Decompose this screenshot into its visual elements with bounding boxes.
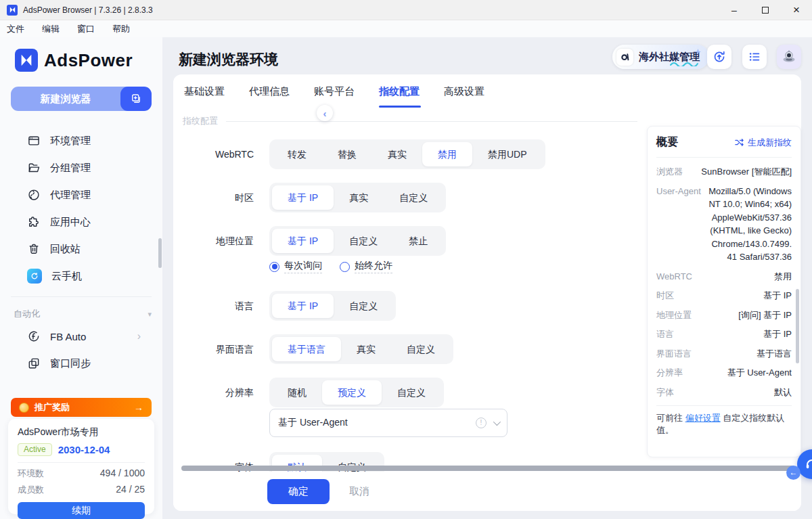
browser-window-icon xyxy=(27,134,41,148)
workspace-badge[interactable]: 海外社媒管理 xyxy=(612,45,709,69)
segment-option-random[interactable]: 随机 xyxy=(272,380,322,405)
minimize-button[interactable]: – xyxy=(719,0,750,20)
form-footer: 确定 取消 xyxy=(173,472,801,511)
horizontal-scrollbar[interactable] xyxy=(181,466,794,471)
plan-row-value: 494 / 1000 xyxy=(100,468,145,480)
content-card: 基础设置 代理信息 账号平台 指纹配置 高级设置 指纹配置 WebRTC 转发 … xyxy=(173,74,801,511)
close-button[interactable]: × xyxy=(781,0,812,20)
window-title: AdsPower Browser | 7.3.26 | 2.8.3.3 xyxy=(23,5,153,15)
new-browser-button[interactable]: 新建浏览器 xyxy=(11,87,152,111)
sidebar-item-fb-auto[interactable]: FB Auto › xyxy=(0,323,162,350)
summary-divider xyxy=(656,157,792,158)
assistant-button[interactable] xyxy=(777,45,801,69)
segment-option-ip-based[interactable]: 基于 IP xyxy=(272,229,334,253)
segment-option-custom[interactable]: 自定义 xyxy=(391,337,451,361)
tab-account-platform[interactable]: 账号平台 xyxy=(314,74,379,108)
radio-icon xyxy=(269,262,279,272)
summary-row-font: 字体 默认 xyxy=(656,386,792,399)
info-icon: ! xyxy=(476,418,487,428)
sidebar-item-recycle-bin[interactable]: 回收站 xyxy=(0,235,162,263)
sidebar-item-app-center[interactable]: 应用中心 xyxy=(0,208,162,235)
chevron-right-icon: › xyxy=(137,330,141,342)
copy-plus-icon[interactable] xyxy=(120,87,152,111)
plan-row-label: 环境数 xyxy=(18,468,44,480)
language-segmented-control: 基于 IP 自定义 xyxy=(269,291,396,321)
adspower-app-icon xyxy=(7,5,18,16)
segment-option-custom[interactable]: 自定义 xyxy=(382,380,441,405)
automation-section-header[interactable]: 自动化 ▾ xyxy=(14,307,152,321)
sparkle-icon xyxy=(695,45,701,57)
tab-advanced-settings[interactable]: 高级设置 xyxy=(444,74,509,108)
sidebar-item-label: 云手机 xyxy=(51,270,82,283)
task-list-button[interactable] xyxy=(742,45,767,69)
sidebar-item-window-sync[interactable]: 窗口同步 xyxy=(0,350,162,377)
radio-icon xyxy=(340,262,350,272)
sidebar-divider xyxy=(11,296,152,297)
collapse-sidebar-button[interactable]: ‹ xyxy=(317,105,333,121)
resolution-select[interactable]: 基于 User-Agent ! xyxy=(269,409,508,437)
menu-edit[interactable]: 编辑 xyxy=(41,23,61,35)
chevron-left-icon: ‹ xyxy=(323,108,327,119)
renew-button[interactable]: 续期 xyxy=(18,502,145,519)
summary-value: 默认 xyxy=(681,386,792,399)
support-collapse-arrow[interactable]: ← xyxy=(786,466,800,480)
summary-label: 字体 xyxy=(656,386,674,399)
summary-row-interface-language: 界面语言 基于语言 xyxy=(656,347,792,361)
new-browser-label: 新建浏览器 xyxy=(11,87,120,111)
segment-option-real[interactable]: 真实 xyxy=(341,337,391,361)
sidebar-item-environments[interactable]: 环境管理 xyxy=(0,127,162,154)
form-row-timezone: 时区 基于 IP 真实 自定义 xyxy=(173,183,640,212)
sidebar-nav: 环境管理 分组管理 代理管理 应用中心 回收站 xyxy=(0,127,162,290)
segment-option-ip-based[interactable]: 基于 IP xyxy=(272,294,334,318)
radio-ask-every-time[interactable]: 每次询问 xyxy=(269,260,322,273)
summary-footer: 可前往 偏好设置 自定义指纹默认值。 xyxy=(656,405,792,436)
trash-icon xyxy=(27,242,41,256)
maximize-button[interactable] xyxy=(750,0,781,20)
segment-option-real[interactable]: 真实 xyxy=(334,185,384,210)
segment-option-real[interactable]: 真实 xyxy=(372,142,422,166)
form-row-webrtc: WebRTC 转发 替换 真实 禁用 禁用UDP xyxy=(173,139,640,169)
section-divider xyxy=(226,121,637,122)
tab-basic-settings[interactable]: 基础设置 xyxy=(184,74,249,108)
segment-option-replace[interactable]: 替换 xyxy=(322,142,372,166)
radio-always-allow[interactable]: 始终允许 xyxy=(340,260,392,273)
segment-option-forbid[interactable]: 禁止 xyxy=(393,229,443,253)
confirm-button[interactable]: 确定 xyxy=(267,479,330,504)
summary-label: 界面语言 xyxy=(656,347,692,361)
squiggle-underline xyxy=(670,57,698,68)
radio-label: 每次询问 xyxy=(284,260,322,273)
tab-fingerprint-config[interactable]: 指纹配置 xyxy=(379,74,444,108)
sidebar-scrollbar[interactable] xyxy=(158,238,162,268)
sync-refresh-button[interactable] xyxy=(707,45,731,69)
chevron-down-icon[interactable]: ▾ xyxy=(148,310,152,319)
segment-option-predefined[interactable]: 预定义 xyxy=(322,380,382,405)
segment-option-custom[interactable]: 自定义 xyxy=(334,229,393,253)
menu-help[interactable]: 帮助 xyxy=(111,23,131,35)
summary-label: WebRTC xyxy=(656,270,692,284)
generate-fingerprint-link[interactable]: 生成新指纹 xyxy=(734,137,792,149)
segment-option-disable-udp[interactable]: 禁用UDP xyxy=(472,142,543,166)
segment-option-custom[interactable]: 自定义 xyxy=(384,185,443,210)
menu-window[interactable]: 窗口 xyxy=(76,23,96,35)
summary-scrollbar[interactable] xyxy=(796,289,799,363)
segment-option-disabled[interactable]: 禁用 xyxy=(422,142,472,166)
promo-banner[interactable]: 推广奖励 → xyxy=(11,398,152,417)
segment-option-ip-based[interactable]: 基于 IP xyxy=(272,185,334,210)
tab-proxy-info[interactable]: 代理信息 xyxy=(249,74,314,108)
menu-file[interactable]: 文件 xyxy=(5,23,26,35)
preferences-link[interactable]: 偏好设置 xyxy=(685,413,721,423)
sidebar-item-groups[interactable]: 分组管理 xyxy=(0,154,162,181)
summary-label: 浏览器 xyxy=(656,165,683,179)
plan-row-label: 成员数 xyxy=(18,484,44,496)
sidebar-item-proxies[interactable]: 代理管理 xyxy=(0,181,162,208)
segment-option-language-based[interactable]: 基于语言 xyxy=(272,337,341,361)
timezone-segmented-control: 基于 IP 真实 自定义 xyxy=(269,183,446,212)
geolocation-segmented-control: 基于 IP 自定义 禁止 xyxy=(269,226,446,256)
cancel-button[interactable]: 取消 xyxy=(349,472,369,511)
plan-card: AdsPower市场专用 Active 2030-12-04 环境数 494 /… xyxy=(8,419,154,514)
segment-option-custom[interactable]: 自定义 xyxy=(334,294,393,318)
sidebar-item-cloud-phone[interactable]: 云手机 xyxy=(0,263,162,290)
window-titlebar: AdsPower Browser | 7.3.26 | 2.8.3.3 – × xyxy=(0,0,812,20)
segment-option-forward[interactable]: 转发 xyxy=(272,142,322,166)
resolution-select-value: 基于 User-Agent xyxy=(278,417,476,429)
